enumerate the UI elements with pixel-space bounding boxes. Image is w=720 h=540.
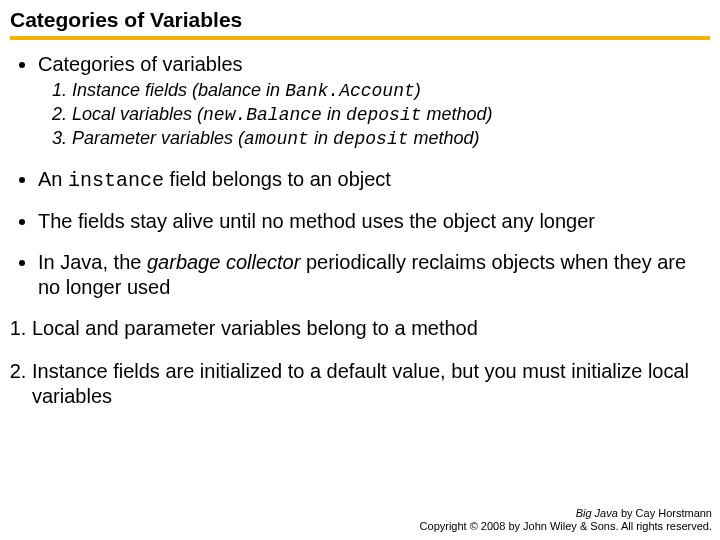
- code: new.Balance: [203, 105, 322, 125]
- footer: Big Java by Cay Horstmann Copyright © 20…: [420, 507, 712, 535]
- sub-item-parameter-variables: Parameter variables (amount in deposit m…: [72, 127, 710, 151]
- text: method): [409, 128, 480, 148]
- text: An: [38, 168, 68, 190]
- sub-item-instance-fields: Instance fields (balance in Bank.Account…: [72, 79, 710, 103]
- footer-copyright: Copyright © 2008 by John Wiley & Sons. A…: [420, 520, 712, 532]
- text: Parameter variables (: [72, 128, 244, 148]
- text: Local and parameter variables belong to …: [32, 317, 478, 339]
- bullet-text: Categories of variables: [38, 53, 243, 75]
- text: The fields stay alive until no method us…: [38, 210, 595, 232]
- code: instance: [68, 169, 164, 192]
- bullet-instance-field: An instance field belongs to an object: [38, 167, 710, 193]
- text: field belongs to an object: [164, 168, 391, 190]
- slide-title: Categories of Variables: [10, 8, 710, 40]
- text: method): [422, 104, 493, 124]
- text: Instance fields are initialized to a def…: [32, 360, 689, 407]
- numbered-list: Local and parameter variables belong to …: [10, 316, 710, 409]
- bullet-fields-alive: The fields stay alive until no method us…: [38, 209, 710, 234]
- text: in: [322, 104, 346, 124]
- code: amount: [244, 129, 309, 149]
- bullet-categories: Categories of variables Instance fields …: [38, 52, 710, 151]
- text: in: [309, 128, 333, 148]
- slide: Categories of Variables Categories of va…: [0, 0, 720, 540]
- footer-book-title: Big Java: [576, 507, 618, 519]
- text: In Java, the: [38, 251, 147, 273]
- code: deposit: [333, 129, 409, 149]
- italic-text: garbage collector: [147, 251, 300, 273]
- code: Bank.Account: [285, 81, 415, 101]
- numbered-local-param: Local and parameter variables belong to …: [32, 316, 710, 341]
- footer-author: by Cay Horstmann: [618, 507, 712, 519]
- code: deposit: [346, 105, 422, 125]
- sub-item-local-variables: Local variables (new.Balance in deposit …: [72, 103, 710, 127]
- text: Local variables (: [72, 104, 203, 124]
- text: ): [415, 80, 421, 100]
- numbered-instance-init: Instance fields are initialized to a def…: [32, 359, 710, 409]
- bullet-list: Categories of variables Instance fields …: [10, 52, 710, 300]
- sub-list: Instance fields (balance in Bank.Account…: [38, 79, 710, 151]
- text: Instance fields (balance in: [72, 80, 285, 100]
- bullet-garbage-collector: In Java, the garbage collector periodica…: [38, 250, 710, 300]
